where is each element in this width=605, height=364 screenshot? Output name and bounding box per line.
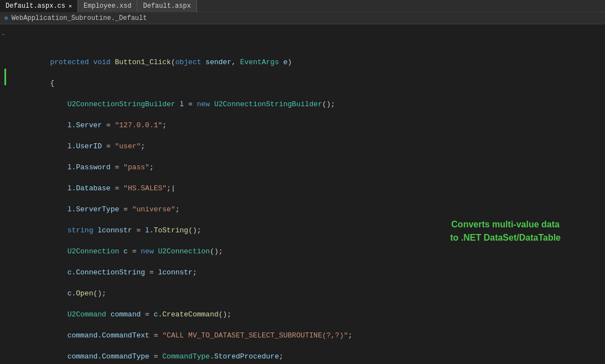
code-line: {	[15, 78, 605, 89]
code-line: U2Command command = c.CreateCommand();	[15, 309, 605, 320]
code-editor[interactable]: protected void Button1_Click(object send…	[10, 24, 605, 364]
breadcrumb-icon: ⊕	[4, 14, 8, 22]
tab-default-aspx[interactable]: Default.aspx	[137, 0, 197, 12]
tab-bar: Default.aspx.cs ✕ Employee.xsd Default.a…	[0, 0, 605, 12]
tab-default-aspx-cs[interactable]: Default.aspx.cs ✕	[0, 0, 78, 12]
tab-label: Default.aspx.cs	[6, 2, 65, 10]
tab-employee-xsd[interactable]: Employee.xsd	[78, 0, 137, 12]
code-line: protected void Button1_Click(object send…	[15, 57, 605, 67]
code-line: l.Database = "HS.SALES";|	[15, 183, 605, 194]
breadcrumb: WebApplication_Subroutine._Default	[12, 14, 147, 22]
tab-label: Employee.xsd	[84, 2, 131, 10]
code-line: l.ServerType = "universe";	[15, 204, 605, 215]
callout-line2: to .NET DataSet/DataTable	[450, 233, 561, 242]
code-line: U2Connection c = new U2Connection();	[15, 246, 605, 257]
collapse-icon[interactable]: −	[2, 32, 5, 38]
left-indicator: −	[0, 24, 10, 364]
callout-annotation: Converts multi-value data to .NET DataSe…	[450, 218, 561, 245]
change-indicator	[4, 69, 6, 85]
code-line: command.CommandText = "CALL MV_TO_DATASE…	[15, 330, 605, 341]
tab-label: Default.aspx	[143, 2, 190, 10]
callout-line1: Converts multi-value data	[451, 220, 560, 229]
code-area[interactable]: − protected void Button1_Click(object se…	[0, 24, 605, 364]
code-line: l.UserID = "user";	[15, 141, 605, 152]
code-line: l.Server = "127.0.0.1";	[15, 120, 605, 131]
code-line: c.ConnectionString = lconnstr;	[15, 267, 605, 278]
close-icon[interactable]: ✕	[69, 3, 72, 9]
code-line: c.Open();	[15, 288, 605, 299]
breadcrumb-bar: ⊕ WebApplication_Subroutine._Default	[0, 12, 605, 24]
code-line: l.Password = "pass";	[15, 162, 605, 173]
code-line	[15, 36, 605, 46]
code-line: command.CommandType = CommandType.Stored…	[15, 351, 605, 362]
code-line: U2ConnectionStringBuilder l = new U2Conn…	[15, 99, 605, 110]
